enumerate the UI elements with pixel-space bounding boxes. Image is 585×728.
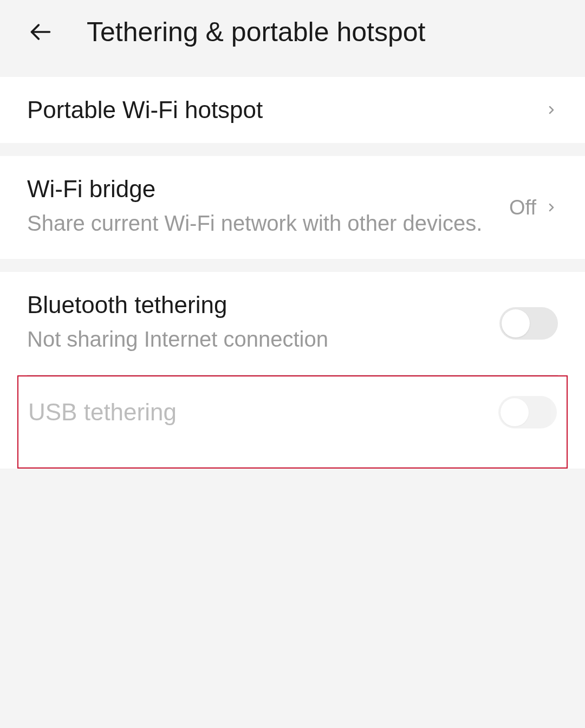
setting-text: USB tethering	[28, 399, 498, 426]
setting-text: Bluetooth tethering Not sharing Internet…	[27, 291, 499, 355]
setting-title: Bluetooth tethering	[27, 291, 499, 318]
setting-title: Portable Wi-Fi hotspot	[27, 96, 545, 123]
chevron-right-icon	[545, 201, 558, 214]
chevron-right-icon	[545, 103, 558, 116]
portable-wifi-hotspot-item[interactable]: Portable Wi-Fi hotspot	[0, 77, 585, 143]
toggle-knob	[500, 398, 529, 426]
setting-subtitle: Not sharing Internet connection	[27, 323, 499, 355]
wifi-bridge-item[interactable]: Wi-Fi bridge Share current Wi-Fi network…	[0, 156, 585, 259]
setting-text: Portable Wi-Fi hotspot	[27, 96, 545, 123]
bluetooth-tethering-item[interactable]: Bluetooth tethering Not sharing Internet…	[0, 272, 585, 375]
setting-trail	[545, 103, 558, 116]
back-button[interactable]	[27, 18, 54, 46]
setting-trail	[498, 396, 557, 428]
usb-tethering-item: USB tethering	[18, 376, 567, 467]
highlight-annotation: USB tethering	[17, 375, 568, 469]
bluetooth-tethering-toggle[interactable]	[499, 307, 558, 340]
toggle-knob	[502, 309, 530, 337]
settings-list: Portable Wi-Fi hotspot Wi-Fi bridge Shar…	[0, 64, 585, 469]
setting-subtitle: Share current Wi-Fi network with other d…	[27, 207, 509, 239]
setting-title: USB tethering	[28, 399, 498, 426]
usb-tethering-toggle	[498, 396, 557, 428]
setting-trail: Off	[509, 196, 558, 219]
page-title: Tethering & portable hotspot	[87, 16, 425, 48]
arrow-left-icon	[29, 20, 53, 44]
setting-trail	[499, 307, 558, 340]
tethering-group: Bluetooth tethering Not sharing Internet…	[0, 272, 585, 469]
setting-title: Wi-Fi bridge	[27, 176, 509, 203]
setting-value: Off	[509, 196, 536, 219]
setting-text: Wi-Fi bridge Share current Wi-Fi network…	[27, 176, 509, 239]
header: Tethering & portable hotspot	[0, 0, 585, 64]
